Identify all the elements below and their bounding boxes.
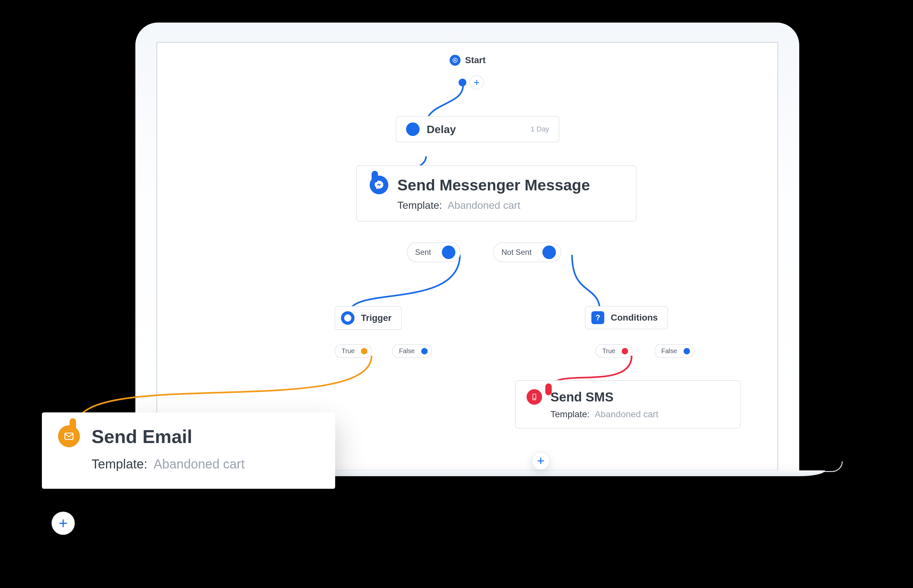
sms-template: Template: Abandoned cart [551,409,729,420]
target-icon [449,55,461,66]
email-template: Template: Abandoned cart [92,457,319,472]
trigger-false[interactable]: False [392,344,432,358]
question-icon: ? [591,311,604,324]
add-after-start-button[interactable]: + [470,75,484,90]
trigger-label: Trigger [361,313,391,323]
messenger-connector [372,171,378,183]
svg-point-3 [534,399,535,399]
messenger-node[interactable]: Send Messenger Message Template: Abandon… [356,165,637,222]
conditions-false[interactable]: False [654,344,695,358]
delay-icon [406,123,420,136]
trigger-true-port[interactable] [361,348,367,354]
conditions-label: Conditions [611,313,658,323]
start-label: Start [465,55,486,65]
branch-sent[interactable]: Sent [407,242,461,262]
start-node[interactable]: Start [449,55,486,66]
delay-node[interactable]: Delay 1 Day [396,116,559,142]
ring-icon [341,311,354,325]
email-connector [69,418,76,430]
conditions-true[interactable]: True [595,344,633,358]
delay-label: Delay [427,123,456,136]
messenger-title: Send Messenger Message [398,176,590,194]
trigger-false-port[interactable] [421,348,428,354]
email-title: Send Email [92,426,192,447]
add-after-email-button[interactable]: + [52,512,75,535]
svg-point-1 [454,60,456,61]
start-port[interactable] [459,79,466,86]
email-node[interactable]: Send Email Template: Abandoned cart [42,412,335,489]
start-outputs: + [459,75,484,90]
branch-not-sent[interactable]: Not Sent [493,242,561,262]
sms-title: Send SMS [551,390,614,404]
delay-value: 1 Day [531,125,549,133]
conditions-true-port[interactable] [622,348,628,354]
add-after-sms-button[interactable]: + [532,452,550,470]
conditions-false-port[interactable] [684,348,690,354]
phone-icon [527,389,542,405]
not-sent-port[interactable] [542,246,556,259]
mail-icon [58,425,80,447]
trigger-true[interactable]: True [334,344,372,358]
trigger-node[interactable]: Trigger [334,306,402,330]
sent-port[interactable] [442,246,456,259]
messenger-template: Template: Abandoned cart [398,199,623,212]
sms-connector [545,383,552,395]
conditions-node[interactable]: ? Conditions [585,306,668,329]
